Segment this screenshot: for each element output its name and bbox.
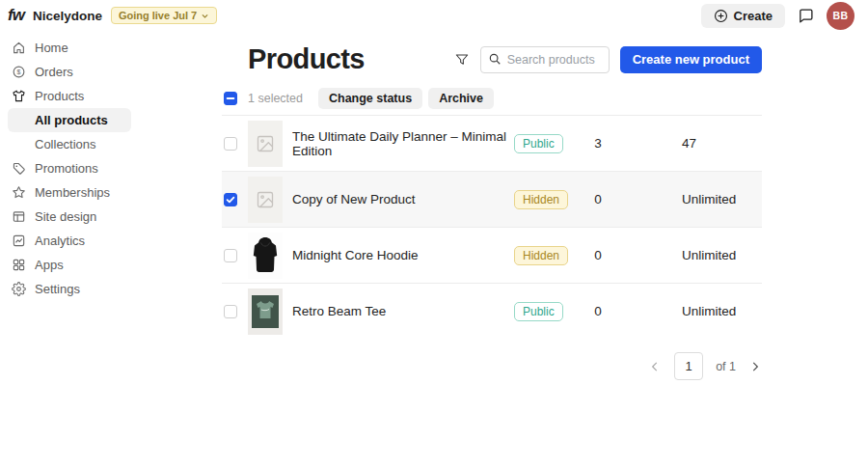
sidebar-item-analytics[interactable]: Analytics [0, 229, 222, 253]
create-button[interactable]: Create [701, 4, 785, 28]
chat-button[interactable] [798, 8, 814, 24]
product-thumbnail [248, 233, 283, 279]
row-checkbox[interactable] [224, 305, 237, 318]
chevron-left-icon [648, 360, 662, 373]
status-badge: Public [514, 134, 563, 153]
layout: Home $ Orders Products All products Coll… [0, 29, 868, 380]
sidebar-item-apps[interactable]: Apps [0, 253, 222, 277]
apps-icon [12, 258, 26, 272]
product-name: Copy of New Product [292, 192, 514, 206]
chevron-down-icon [201, 12, 209, 20]
table-row[interactable]: The Ultimate Daily Planner – Minimal Edi… [222, 115, 762, 171]
sidebar-item-label: Promotions [35, 161, 98, 176]
topbar-left: fw Nicelydone Going live Jul 7 [8, 6, 217, 25]
sidebar-item-label: Site design [35, 209, 96, 224]
archive-button[interactable]: Archive [428, 88, 494, 109]
selected-count: 1 selected [248, 92, 303, 105]
funnel-icon [454, 52, 470, 68]
sidebar-item-label: Analytics [35, 234, 85, 248]
sidebar-item-memberships[interactable]: Memberships [0, 180, 222, 205]
product-quantity: 0 [569, 304, 627, 318]
product-thumbnail [248, 177, 283, 223]
chat-bubble-icon [798, 8, 814, 24]
memberships-icon [12, 185, 26, 200]
pagination: of 1 [222, 352, 762, 380]
table-row[interactable]: Midnight Core Hoodie Hidden 0 Unlimited [222, 227, 762, 283]
header-actions: Create new product [454, 46, 762, 73]
sidebar-item-site-design[interactable]: Site design [0, 205, 222, 229]
fw-logo: fw [8, 6, 24, 25]
products-table: The Ultimate Daily Planner – Minimal Edi… [222, 115, 762, 339]
sidebar-item-all-products[interactable]: All products [8, 108, 131, 132]
page-count-label: of 1 [716, 360, 736, 373]
home-icon [12, 41, 26, 55]
product-thumbnail [248, 288, 283, 335]
sidebar-item-products[interactable]: Products [0, 84, 222, 108]
page-header: Products Create new product [222, 43, 762, 75]
going-live-label: Going live Jul 7 [119, 10, 197, 21]
table-row[interactable]: Copy of New Product Hidden 0 Unlimited [222, 171, 762, 227]
sidebar-item-label: Orders [35, 65, 73, 79]
avatar[interactable]: BB [827, 2, 854, 30]
topbar: fw Nicelydone Going live Jul 7 Create BB [0, 0, 868, 29]
product-name: Midnight Core Hoodie [292, 248, 514, 262]
going-live-badge[interactable]: Going live Jul 7 [111, 7, 217, 24]
store-name: Nicelydone [33, 9, 102, 23]
minus-icon [226, 94, 235, 103]
search-wrap [480, 46, 610, 73]
product-quantity: 3 [569, 136, 627, 151]
product-quantity: 0 [569, 248, 627, 262]
sidebar-item-settings[interactable]: Settings [0, 277, 222, 301]
product-inventory: Unlimited [627, 248, 762, 262]
sidebar-item-orders[interactable]: $ Orders [0, 60, 222, 84]
orders-icon: $ [12, 65, 26, 79]
row-checkbox[interactable] [224, 137, 237, 151]
product-thumbnail [248, 121, 283, 167]
topbar-right: Create BB [701, 2, 854, 30]
analytics-icon [12, 234, 26, 248]
site-design-icon [12, 209, 26, 224]
status-badge: Hidden [514, 190, 568, 209]
row-checkbox[interactable] [224, 249, 237, 262]
select-all-checkbox[interactable] [224, 92, 237, 105]
sidebar-item-collections[interactable]: Collections [0, 132, 222, 156]
sidebar-item-label: Collections [35, 137, 96, 151]
sidebar: Home $ Orders Products All products Coll… [0, 29, 222, 380]
sidebar-item-label: Products [35, 89, 84, 103]
product-quantity: 0 [569, 192, 627, 206]
page-number-input[interactable] [674, 352, 703, 380]
status-badge: Hidden [514, 246, 568, 265]
plus-circle-icon [714, 9, 728, 23]
sidebar-item-home[interactable]: Home [0, 36, 222, 60]
create-new-product-button[interactable]: Create new product [620, 46, 762, 73]
status-badge: Public [514, 302, 563, 321]
bulk-action-bar: 1 selected Change status Archive [222, 89, 762, 108]
product-name: The Ultimate Daily Planner – Minimal Edi… [292, 129, 514, 158]
product-name: Retro Beam Tee [292, 304, 514, 318]
product-inventory: Unlimited [627, 192, 762, 206]
settings-icon [12, 282, 26, 296]
page-title: Products [248, 43, 365, 75]
sidebar-item-label: Memberships [35, 185, 110, 200]
product-inventory: Unlimited [627, 304, 762, 318]
sidebar-item-label: Home [35, 41, 68, 55]
sidebar-item-label: Settings [35, 282, 80, 296]
sidebar-item-label: All products [35, 113, 108, 127]
filter-button[interactable] [454, 52, 470, 68]
row-checkbox[interactable] [224, 193, 237, 206]
chevron-right-icon [748, 360, 762, 373]
sidebar-item-promotions[interactable]: Promotions [0, 156, 222, 180]
prev-page-button[interactable] [648, 360, 662, 373]
change-status-button[interactable]: Change status [318, 88, 422, 109]
product-inventory: 47 [627, 136, 762, 151]
next-page-button[interactable] [748, 360, 762, 373]
sidebar-item-label: Apps [35, 258, 64, 272]
search-icon [488, 52, 502, 66]
main-content: Products Create new product 1 selected C… [222, 29, 762, 380]
create-button-label: Create [734, 9, 773, 23]
promotions-icon [12, 161, 26, 176]
svg-text:$: $ [17, 69, 21, 75]
table-row[interactable]: Retro Beam Tee Public 0 Unlimited [222, 283, 762, 339]
products-icon [12, 89, 26, 103]
